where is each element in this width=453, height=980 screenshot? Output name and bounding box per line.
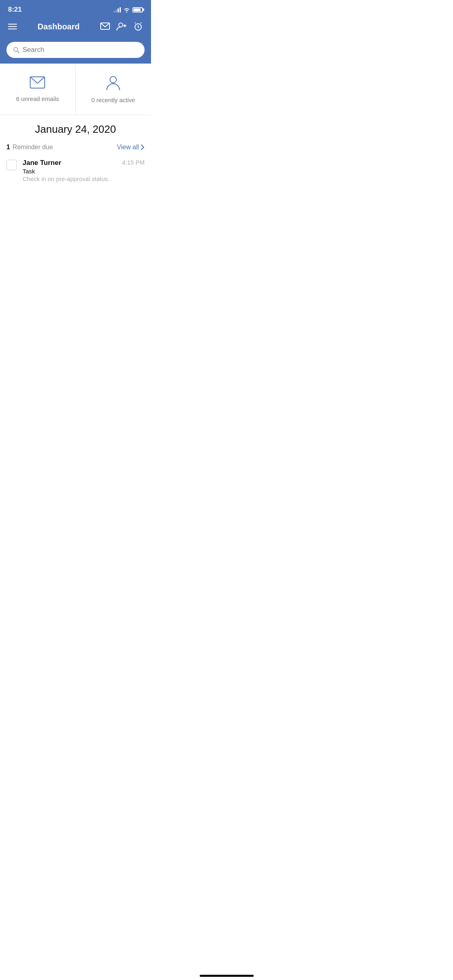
reminder-time: 4:15 PM (122, 159, 145, 166)
recently-active-label: 0 recently active (91, 97, 135, 103)
svg-line-8 (17, 51, 19, 53)
view-all-label: View all (117, 144, 139, 151)
search-input-wrapper[interactable] (6, 42, 145, 58)
stat-card-emails[interactable]: 6 unread emails (0, 64, 76, 115)
nav-actions (100, 22, 143, 31)
svg-point-1 (119, 23, 123, 27)
menu-icon[interactable] (8, 24, 17, 29)
reminders-header: 1 Reminder due View all (0, 139, 151, 154)
alarm-icon[interactable] (133, 22, 143, 31)
signal-icon (114, 7, 121, 12)
wifi-icon (123, 7, 130, 12)
status-time: 8:21 (8, 6, 22, 14)
email-icon[interactable] (100, 23, 110, 31)
reminder-content: Jane Turner Task Check in on pre-approva… (23, 159, 116, 182)
reminder-item[interactable]: Jane Turner Task Check in on pre-approva… (0, 154, 151, 187)
battery-icon (132, 7, 143, 12)
reminder-count: 1 Reminder due (6, 144, 53, 151)
reminder-count-label: Reminder due (12, 144, 53, 151)
svg-line-6 (141, 23, 141, 23)
add-person-icon[interactable] (116, 22, 127, 31)
reminder-type: Task (23, 168, 116, 175)
status-icons (114, 7, 143, 12)
stat-card-active[interactable]: 0 recently active (76, 64, 151, 115)
status-bar: 8:21 (0, 0, 151, 18)
svg-point-10 (110, 76, 116, 83)
stats-grid: 6 unread emails 0 recently active (0, 64, 151, 115)
unread-emails-icon (29, 76, 46, 91)
chevron-right-icon (141, 144, 145, 150)
reminder-checkbox[interactable] (6, 160, 17, 170)
reminder-note: Check in on pre-approval status. (23, 175, 116, 182)
date-section: January 24, 2020 (0, 115, 151, 139)
nav-title: Dashboard (37, 22, 79, 31)
reminder-person: Jane Turner (23, 159, 116, 167)
svg-line-5 (135, 23, 136, 23)
search-icon (13, 47, 19, 53)
search-container (0, 38, 151, 64)
date-heading: January 24, 2020 (6, 123, 145, 136)
unread-emails-label: 6 unread emails (16, 95, 59, 102)
search-input[interactable] (23, 46, 138, 54)
view-all-button[interactable]: View all (117, 144, 145, 151)
recently-active-icon (106, 75, 120, 93)
reminder-count-number: 1 (6, 144, 10, 151)
navbar: Dashboard (0, 18, 151, 38)
